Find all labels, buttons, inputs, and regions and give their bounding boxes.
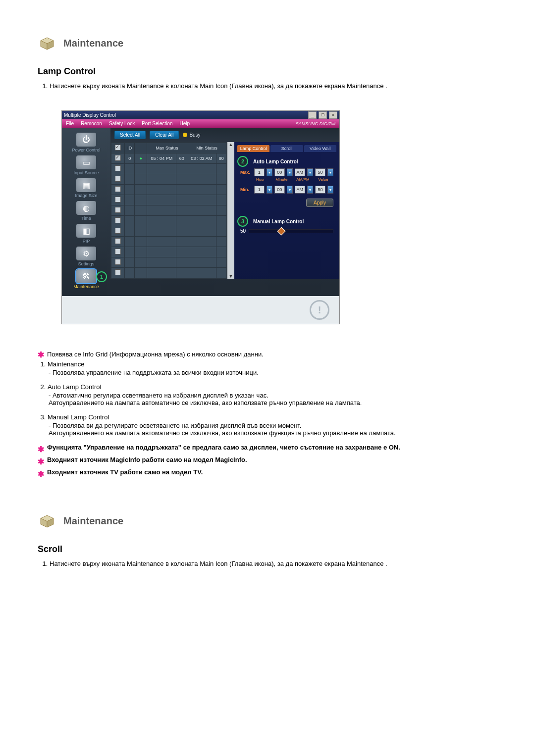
minimize-button[interactable]: _ — [308, 111, 317, 119]
section-heading: Maintenance — [63, 515, 123, 527]
table-row — [111, 174, 227, 185]
app-window: Multiple Display Control _ □ × File Remo… — [61, 110, 340, 324]
select-all-button[interactable]: Select All — [114, 131, 146, 139]
max-minute[interactable]: 00 — [274, 168, 285, 176]
table-row — [111, 185, 227, 195]
max-value[interactable]: 50 — [315, 168, 325, 176]
table-row — [111, 268, 227, 278]
manual-lamp-heading: Manual Lamp Control — [253, 219, 333, 224]
tab-scroll[interactable]: Scroll — [270, 145, 303, 152]
star-icon: ✱ — [38, 469, 44, 479]
app-footer: ! — [62, 296, 339, 324]
star-icon: ✱ — [38, 445, 44, 454]
tab-lamp-control[interactable]: Lamp Control — [237, 145, 269, 152]
callout-3: 3 — [237, 216, 248, 227]
callout-2: 2 — [237, 156, 248, 167]
subtitle: Lamp Control — [38, 66, 497, 77]
menu-file[interactable]: File — [66, 121, 74, 126]
brand: SAMSUNG DIGITall — [296, 121, 335, 126]
slider-value: 50 — [240, 228, 246, 234]
table-row: 0 ● 05 : 04 PM 60 03 : 02 AM 80 — [111, 153, 227, 164]
close-button[interactable]: × — [329, 111, 337, 119]
col-max: Max Status — [147, 143, 187, 153]
box-icon — [38, 35, 56, 51]
toolbar: Select All Clear All Busy — [110, 128, 339, 142]
intro-text: Натиснете върху иконата Maintenance в ко… — [50, 82, 497, 91]
menubar: File Remocon Safety Lock Port Selection … — [62, 119, 339, 128]
menu-safety-lock[interactable]: Safety Lock — [109, 121, 135, 126]
star-icon: ✱ — [38, 457, 44, 466]
sidebar-item-maintenance[interactable]: 🛠Maintenance 1 — [67, 269, 105, 289]
info-icon[interactable]: ! — [310, 300, 329, 320]
titlebar: Multiple Display Control _ □ × — [62, 111, 339, 119]
clear-all-button[interactable]: Clear All — [150, 131, 179, 139]
table-row — [111, 205, 227, 216]
star-icon: ✱ — [38, 351, 44, 359]
busy-indicator: Busy — [183, 132, 200, 138]
manual-slider[interactable] — [249, 229, 333, 233]
min-ampm[interactable]: AM — [295, 186, 305, 194]
sidebar: ⏻Power Control ▭Input Source ▦Image Size… — [62, 128, 110, 296]
table-row — [111, 226, 227, 237]
sidebar-item-image[interactable]: ▦Image Size — [67, 178, 105, 198]
max-hour[interactable]: 1 — [254, 168, 265, 176]
min-hour[interactable]: 1 — [254, 186, 265, 194]
sidebar-item-settings[interactable]: ⚙Settings — [67, 247, 105, 266]
scrollbar[interactable]: ▲▼ — [227, 142, 234, 279]
menu-help[interactable]: Help — [179, 121, 190, 126]
sidebar-item-pip[interactable]: ◧PIP — [67, 224, 105, 244]
maximize-button[interactable]: □ — [319, 111, 327, 119]
notes: ✱Появява се Info Grid (Информационна мре… — [38, 349, 497, 478]
table-row — [111, 237, 227, 247]
max-ampm[interactable]: AM — [295, 168, 305, 176]
callout-1: 1 — [96, 271, 107, 282]
min-value[interactable]: 50 — [315, 186, 325, 194]
sidebar-item-input[interactable]: ▭Input Source — [67, 155, 105, 175]
table-row — [111, 216, 227, 226]
apply-button[interactable]: Apply — [306, 199, 333, 207]
info-grid: ID Max Status Min Status 0 ● 05 : 04 P — [110, 142, 227, 279]
auto-lamp-heading: Auto Lamp Control — [253, 159, 333, 164]
section-heading: Maintenance — [63, 38, 123, 49]
slider-thumb-icon[interactable] — [277, 227, 286, 235]
subtitle: Scroll — [38, 544, 497, 554]
dropdown-icon[interactable]: ▾ — [267, 168, 272, 176]
right-panel: Lamp Control Scroll Video Wall 2 Auto La… — [234, 142, 339, 279]
min-minute[interactable]: 00 — [274, 186, 285, 194]
col-id: ID — [125, 143, 135, 153]
app-title: Multiple Display Control — [64, 112, 116, 118]
intro-text: Натиснете върху иконата Maintenance в ко… — [50, 559, 497, 568]
col-min: Min Status — [187, 143, 226, 153]
menu-port-selection[interactable]: Port Selection — [142, 121, 172, 126]
max-label: Max. — [240, 170, 252, 175]
min-label: Min. — [240, 187, 252, 192]
tab-video-wall[interactable]: Video Wall — [304, 145, 336, 152]
sidebar-item-time[interactable]: ◍Time — [67, 201, 105, 221]
table-row — [111, 257, 227, 268]
menu-remocon[interactable]: Remocon — [81, 121, 102, 126]
box-icon — [38, 512, 56, 529]
busy-dot-icon — [183, 133, 187, 137]
row-checkbox[interactable] — [115, 155, 121, 161]
table-row — [111, 195, 227, 205]
table-row — [111, 164, 227, 174]
header-checkbox[interactable] — [115, 145, 121, 151]
table-row — [111, 247, 227, 257]
sidebar-item-power[interactable]: ⏻Power Control — [67, 133, 105, 152]
